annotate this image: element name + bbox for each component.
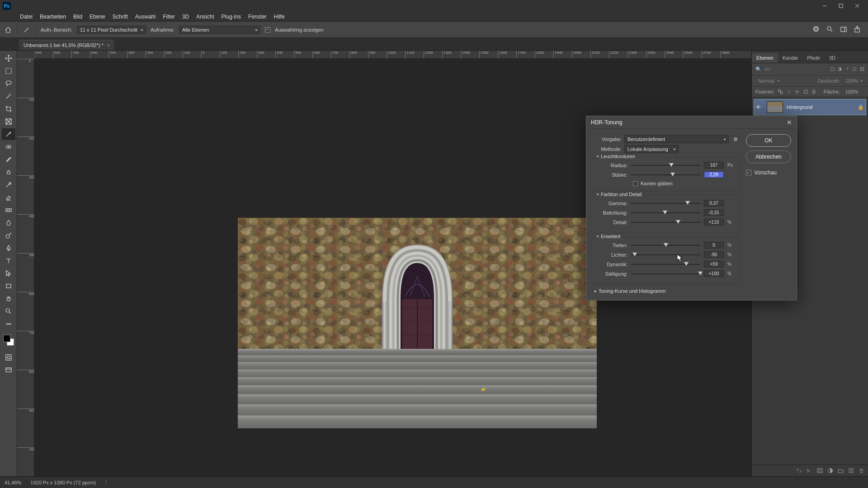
slider-track-saturation[interactable]: [631, 271, 700, 277]
dialog-close-icon[interactable]: ✕: [787, 119, 792, 126]
zoom-tool[interactable]: [2, 305, 15, 317]
new-layer-icon[interactable]: [848, 468, 854, 474]
adjustment-layer-icon[interactable]: [827, 468, 833, 474]
slider-value-detail[interactable]: +110: [704, 219, 724, 225]
pen-tool[interactable]: [2, 242, 15, 254]
panel-tab-3d[interactable]: 3D: [825, 53, 840, 63]
search-everywhere-icon[interactable]: [813, 26, 820, 34]
preset-gear-icon[interactable]: ⚙: [731, 136, 740, 142]
section-header-curve[interactable]: ▸Toning-Kurve und Histogramm: [594, 288, 740, 294]
dialog-titlebar[interactable]: HDR-Tonung ✕: [586, 116, 797, 129]
cancel-button[interactable]: Abbrechen: [746, 150, 791, 163]
filter-type-icon[interactable]: [845, 66, 849, 72]
panel-tab-kanäle[interactable]: Kanäle: [778, 53, 802, 63]
eraser-tool[interactable]: [2, 192, 15, 203]
link-layers-icon[interactable]: [796, 468, 802, 474]
brush-tool[interactable]: [2, 154, 15, 165]
menu-bild[interactable]: Bild: [70, 12, 86, 21]
filter-shape-icon[interactable]: [852, 66, 857, 72]
slider-track-exposure[interactable]: [631, 210, 700, 216]
slider-track-highlight[interactable]: [631, 252, 700, 258]
minimize-button[interactable]: [816, 0, 833, 12]
gradient-tool[interactable]: [2, 204, 15, 216]
magic-wand-tool[interactable]: [2, 90, 15, 102]
menu-hilfe[interactable]: Hilfe: [270, 12, 288, 21]
lock-artboard-icon[interactable]: [803, 89, 808, 94]
delete-layer-icon[interactable]: [859, 468, 864, 474]
crop-tool[interactable]: [2, 103, 15, 115]
slider-value-strength[interactable]: 2,28: [704, 171, 724, 178]
layer-name[interactable]: Hintergrund: [787, 104, 854, 110]
lock-all-icon[interactable]: [811, 89, 816, 94]
path-selection-tool[interactable]: [2, 267, 15, 279]
close-button[interactable]: [849, 0, 865, 12]
tool-preset-icon[interactable]: [22, 25, 31, 34]
menu-fenster[interactable]: Fenster: [245, 12, 270, 21]
layer-visibility-icon[interactable]: 👁: [756, 104, 763, 110]
blend-mode-dropdown[interactable]: Normal: [755, 77, 781, 84]
filter-adjust-icon[interactable]: [837, 66, 842, 72]
ruler-horizontal[interactable]: 9008007006005004003002001000100200300400…: [34, 51, 751, 59]
ok-button[interactable]: OK: [746, 134, 791, 147]
menu-plug-ins[interactable]: Plug-ins: [218, 12, 245, 21]
opacity-value[interactable]: 100%: [843, 77, 864, 84]
maximize-button[interactable]: [833, 0, 849, 12]
status-zoom[interactable]: 41,46%: [5, 480, 21, 485]
slider-track-gamma[interactable]: [631, 201, 700, 206]
lock-transparency-icon[interactable]: [778, 89, 783, 94]
slider-value-highlight[interactable]: -90: [704, 251, 724, 258]
slider-track-vibrance[interactable]: [631, 262, 700, 267]
tab-close-icon[interactable]: ×: [107, 42, 110, 48]
search-icon[interactable]: [826, 26, 834, 34]
slider-track-radius[interactable]: [631, 163, 700, 168]
menu-datei[interactable]: Datei: [16, 12, 36, 21]
filter-smart-icon[interactable]: [860, 66, 864, 72]
slider-track-shadow[interactable]: [631, 243, 700, 248]
slider-value-exposure[interactable]: -0,15: [704, 209, 724, 216]
quick-mask-tool[interactable]: [2, 352, 15, 363]
screen-mode-tool[interactable]: [2, 364, 15, 376]
section-header-tone-detail[interactable]: ▾Farbton und Detail: [595, 192, 644, 197]
sample-target-dropdown[interactable]: Alle Ebenen: [179, 26, 260, 34]
dodge-tool[interactable]: [2, 230, 15, 241]
ruler-vertical[interactable]: 01002003004005006007008009001000: [17, 51, 34, 476]
menu-3d[interactable]: 3D: [179, 12, 193, 21]
lasso-tool[interactable]: [2, 78, 15, 89]
foreground-background-colors[interactable]: [2, 333, 15, 347]
marquee-tool[interactable]: [2, 65, 15, 77]
menu-auswahl[interactable]: Auswahl: [132, 12, 159, 21]
status-arrow[interactable]: 〉: [105, 479, 110, 486]
slider-track-strength[interactable]: [631, 172, 700, 178]
lock-pixels-icon[interactable]: [787, 89, 792, 94]
smooth-edges-checkbox[interactable]: [633, 181, 638, 186]
preset-dropdown[interactable]: Benutzerdefiniert: [624, 135, 729, 143]
edit-toolbar[interactable]: [2, 318, 15, 330]
healing-brush-tool[interactable]: [2, 141, 15, 153]
history-brush-tool[interactable]: [2, 179, 15, 191]
layer-lock-icon[interactable]: 🔒: [858, 104, 864, 110]
menu-bearbeiten[interactable]: Bearbeiten: [36, 12, 70, 21]
slider-value-saturation[interactable]: +100: [704, 270, 724, 277]
sample-size-dropdown[interactable]: 11 x 11 Pixel Durchschnitt: [77, 26, 146, 34]
filter-pixel-icon[interactable]: [830, 66, 835, 72]
eyedropper-tool[interactable]: [2, 128, 15, 140]
layer-group-icon[interactable]: [838, 468, 844, 474]
share-icon[interactable]: [854, 26, 861, 34]
menu-filter[interactable]: Filter: [159, 12, 179, 21]
slider-value-shadow[interactable]: 0: [704, 242, 724, 249]
fill-value[interactable]: 100%: [844, 89, 864, 95]
frame-tool[interactable]: [2, 116, 15, 127]
move-tool[interactable]: [2, 52, 15, 64]
layer-row[interactable]: 👁 Hintergrund 🔒: [754, 99, 866, 115]
menu-ebene[interactable]: Ebene: [86, 12, 109, 21]
layer-thumbnail[interactable]: [767, 101, 783, 113]
layer-filter-input[interactable]: [764, 66, 827, 72]
section-header-advanced[interactable]: ▾Erweitert: [595, 234, 622, 239]
blur-tool[interactable]: [2, 217, 15, 229]
slider-value-radius[interactable]: 167: [704, 162, 724, 169]
document-tab[interactable]: Unbenannt-1 bei 41,5% (RGB/32*) * ×: [19, 40, 114, 50]
layer-mask-icon[interactable]: [817, 468, 823, 474]
section-header-edge-glow[interactable]: ▾Leuchtkonturen: [595, 154, 637, 159]
panel-tab-pfade[interactable]: Pfade: [802, 53, 825, 63]
slider-track-detail[interactable]: [631, 220, 700, 225]
